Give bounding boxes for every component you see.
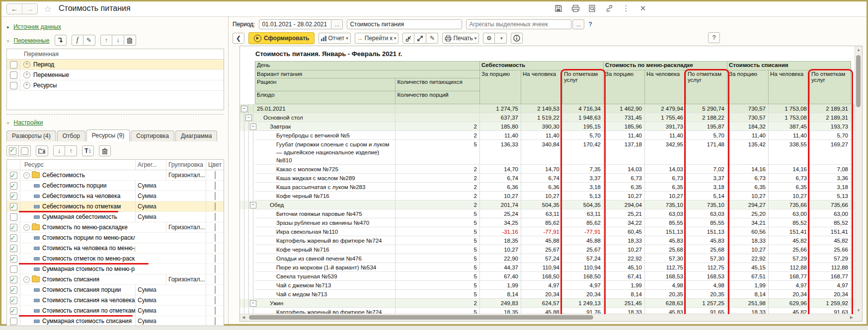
color-cell[interactable]	[206, 306, 224, 316]
report-row[interactable]: Оладьи из свиной печени №476522,9057,245…	[240, 254, 855, 263]
report-row[interactable]: Зразы рубленые из свинины №470534,2585,6…	[240, 218, 855, 227]
settings-gear-dropdown[interactable]: ▾	[495, 33, 507, 44]
checkbox-cell[interactable]	[7, 170, 20, 180]
period-picker-button[interactable]: ...	[331, 19, 343, 29]
forward-button[interactable]: →	[22, 4, 37, 14]
checkbox[interactable]	[10, 203, 17, 210]
checkbox[interactable]	[10, 172, 17, 179]
expand-plus-icon[interactable]: +	[23, 82, 30, 89]
resource-row[interactable]: Стоимость порции по меню-раскладке	[7, 233, 224, 243]
sort-button[interactable]: T↕	[82, 145, 94, 156]
add-group-button[interactable]	[36, 145, 48, 156]
checkbox-cell[interactable]	[7, 181, 20, 191]
tab-отбор[interactable]: Отбор	[57, 131, 85, 141]
favorite-star-icon[interactable]: ☆	[44, 3, 52, 14]
checkbox-cell[interactable]	[7, 70, 20, 80]
collapse-minus-icon[interactable]: −	[241, 106, 247, 112]
hscroll-thumb[interactable]	[249, 315, 593, 320]
variable-row[interactable]: +Переменные	[7, 70, 224, 80]
tab-сортировка[interactable]: Сортировка	[131, 131, 174, 141]
checkbox-cell[interactable]	[7, 60, 20, 69]
color-box[interactable]	[215, 192, 216, 200]
checkbox-cell[interactable]	[7, 222, 20, 232]
print-icon[interactable]	[571, 4, 580, 13]
color-box[interactable]	[215, 202, 216, 210]
collapse-rows-button[interactable]	[402, 33, 414, 44]
checkbox-cell[interactable]	[7, 201, 20, 211]
report-name-input[interactable]	[347, 19, 462, 29]
vertical-scrollbar[interactable]: ▲ ▼	[855, 46, 862, 314]
checkbox[interactable]	[10, 245, 17, 252]
collapse-minus-icon[interactable]: −	[245, 115, 252, 121]
more-icon[interactable]: ⋮	[622, 4, 631, 13]
report-row[interactable]: Каша жидкая с маслом №28926,746,743,376,…	[240, 174, 855, 183]
horizontal-scrollbar[interactable]: ◀ ▶	[240, 314, 855, 321]
move-up-button[interactable]: ↑	[100, 35, 112, 46]
report-row[interactable]: Икра свекольная №1105-31,16-77,91-77,916…	[240, 227, 855, 236]
resource-row[interactable]: Себестоимость по отметкамСумма	[7, 201, 224, 212]
move-into-button[interactable]	[55, 35, 67, 46]
checkbox-cell[interactable]	[7, 316, 20, 326]
expand-rows-button[interactable]	[414, 33, 426, 44]
checkbox[interactable]	[10, 71, 17, 79]
checkbox[interactable]	[10, 213, 17, 221]
variables-link[interactable]: Переменные	[14, 37, 50, 44]
resource-row[interactable]: Себестоимость порцииСумма	[7, 181, 224, 191]
color-cell[interactable]	[206, 243, 224, 253]
color-cell[interactable]	[206, 285, 224, 295]
back-button[interactable]: ←	[7, 4, 22, 14]
resource-row[interactable]: Суммарная себестоимостьСумма	[7, 212, 224, 222]
color-box[interactable]	[215, 213, 216, 221]
color-cell[interactable]	[206, 264, 224, 274]
move-up-button[interactable]: ↑	[65, 145, 77, 156]
edit-button[interactable]: ✎	[83, 35, 95, 46]
checkbox[interactable]	[10, 224, 17, 231]
vscroll-thumb[interactable]	[856, 55, 861, 107]
color-cell[interactable]	[206, 212, 224, 222]
edit-report-button[interactable]: ✎	[426, 33, 438, 44]
resource-row[interactable]: Стоимость списания по отметкамСумма	[7, 306, 224, 316]
report-row[interactable]: Картофель жареный во фритюре №724518,354…	[240, 236, 855, 245]
report-row[interactable]: Свекла тушеная №539567,40168,50168,5067,…	[240, 272, 855, 281]
checkbox[interactable]	[10, 82, 17, 89]
color-cell[interactable]	[206, 191, 224, 201]
checkbox-cell[interactable]	[7, 191, 20, 201]
resource-row[interactable]: Стоимость отметок по меню-раскладке	[7, 254, 224, 264]
checkbox-cell[interactable]	[7, 80, 20, 90]
report-row[interactable]: Какао с молоком №725214,7014,707,3514,03…	[240, 165, 855, 174]
checkbox[interactable]	[10, 318, 17, 325]
color-box[interactable]	[215, 307, 216, 315]
settings-link[interactable]: Настройки	[14, 119, 43, 126]
report-row[interactable]: −Ужин2249,83624,571 249,13251,45628,631 …	[240, 299, 855, 308]
color-cell[interactable]	[206, 274, 224, 284]
help-button[interactable]: ?	[708, 32, 720, 43]
checkbox-cell[interactable]	[7, 285, 20, 295]
resource-row[interactable]: Стоимость списания на человекаСумма	[7, 295, 224, 306]
generate-button[interactable]: Сформировать	[248, 32, 315, 44]
checkbox-cell[interactable]	[7, 295, 20, 305]
aggregates-help-icon[interactable]: ?	[588, 21, 592, 28]
color-box[interactable]	[215, 182, 216, 190]
report-row[interactable]: Гуубат (пирожки слоеные с сыром и луком …	[240, 140, 855, 165]
expand-minus-icon[interactable]: −	[23, 276, 30, 283]
period-input[interactable]	[259, 19, 331, 29]
report-row[interactable]: Каша рассыпчатая с луком №28326,366,363,…	[240, 183, 855, 192]
collapse-minus-icon[interactable]: −	[250, 202, 256, 208]
aggregates-picker-button[interactable]: ...	[572, 19, 584, 29]
data-source-link[interactable]: Источник данных	[13, 23, 61, 30]
checkbox[interactable]	[10, 297, 17, 304]
check-all-button[interactable]	[6, 145, 19, 156]
delete-button[interactable]	[99, 145, 111, 156]
tab-развороты-4-[interactable]: Развороты (4)	[6, 131, 56, 141]
goto-menu-button[interactable]: → Перейти к▾	[355, 33, 399, 44]
report-row[interactable]: Биточки говяжьи паровые №475525,2463,116…	[240, 209, 855, 218]
report-row[interactable]: −25.01.20211 274,752 149,534 716,341 462…	[240, 104, 855, 113]
color-box[interactable]	[215, 234, 216, 242]
expand-minus-icon[interactable]: −	[23, 172, 30, 179]
color-box[interactable]	[215, 275, 216, 283]
report-row[interactable]: Кофе черный №716210,2710,275,1310,2710,2…	[240, 192, 855, 200]
delete-button[interactable]	[124, 35, 136, 46]
checkbox-cell[interactable]	[7, 264, 20, 274]
resource-row[interactable]: Стоимость списания порцииСумма	[7, 285, 224, 295]
color-box[interactable]	[215, 244, 216, 252]
